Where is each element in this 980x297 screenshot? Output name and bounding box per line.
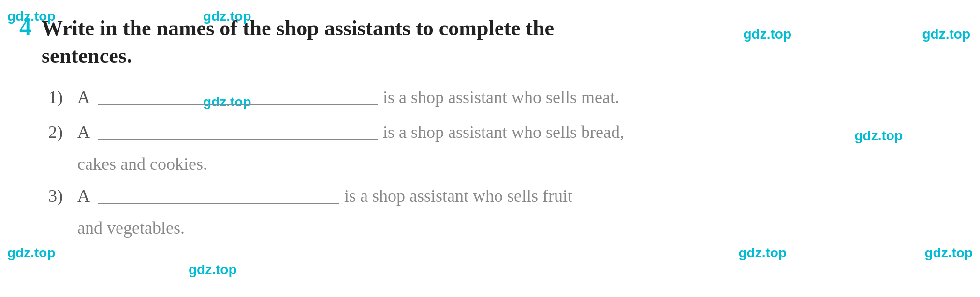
task-header: 4 Write in the names of the shop assista… [19, 15, 961, 70]
sentence-1-letter: A [77, 84, 90, 110]
watermark-2: gdz.top [203, 9, 251, 24]
watermark-10: gdz.top [924, 245, 973, 261]
sentence-2-letter: A [77, 119, 90, 145]
sentence-3-number: 3) [48, 183, 73, 209]
sentence-2-continuation: cakes and cookies. [48, 154, 961, 174]
task-instruction: Write in the names of the shop assistant… [42, 15, 554, 70]
sentence-2-text: is a shop assistant who sells bread, [383, 119, 624, 145]
sentence-2: 2) A is a shop assistant who sells bread… [48, 119, 961, 145]
watermark-9: gdz.top [189, 262, 237, 278]
sentence-1-text: is a shop assistant who sells meat. [383, 84, 619, 110]
sentence-2-blank[interactable] [98, 139, 378, 140]
watermark-8: gdz.top [738, 245, 787, 261]
watermark-7: gdz.top [7, 245, 56, 261]
sentence-3-continuation: and vegetables. [48, 218, 961, 238]
sentence-2-number: 2) [48, 119, 73, 145]
sentence-1-blank[interactable] [98, 104, 378, 105]
sentence-1: 1) A is a shop assistant who sells meat. [48, 84, 961, 110]
continuation-2-text: and vegetables. [77, 218, 185, 238]
watermark-5: gdz.top [203, 94, 251, 110]
sentence-3-blank[interactable] [98, 203, 339, 204]
sentence-3: 3) A is a shop assistant who sells fruit [48, 183, 961, 209]
watermark-6: gdz.top [854, 128, 903, 144]
sentence-3-text: is a shop assistant who sells fruit [344, 183, 572, 209]
instruction-line1: Write in the names of the shop assistant… [42, 15, 554, 42]
watermark-3: gdz.top [922, 27, 970, 42]
sentences-container: 1) A is a shop assistant who sells meat.… [19, 84, 961, 238]
sentence-3-letter: A [77, 183, 90, 209]
watermark-4: gdz.top [743, 27, 791, 42]
continuation-1-text: cakes and cookies. [77, 154, 207, 174]
page-container: gdz.top gdz.top gdz.top gdz.top gdz.top … [0, 0, 980, 297]
watermark-1: gdz.top [7, 9, 56, 24]
instruction-line2: sentences. [42, 42, 554, 70]
sentence-1-number: 1) [48, 84, 73, 110]
